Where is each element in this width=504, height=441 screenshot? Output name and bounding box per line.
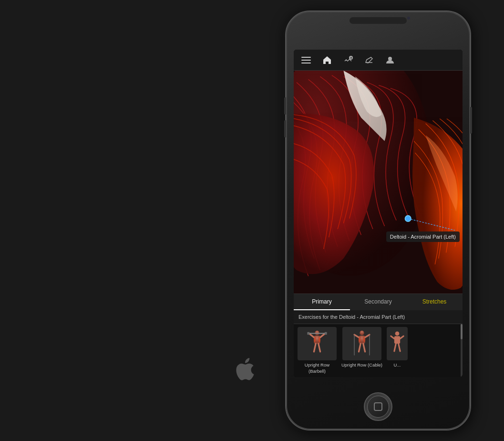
apple-logo	[234, 357, 255, 386]
volume-down-button[interactable]	[284, 120, 286, 137]
annotation-label: Deltoid - Acromial Part (Left)	[386, 231, 460, 242]
svg-rect-29	[394, 336, 400, 344]
svg-rect-1	[301, 60, 311, 61]
svg-rect-0	[301, 57, 311, 58]
svg-line-22	[354, 335, 359, 338]
exercise-thumb-third[interactable]	[387, 327, 408, 360]
speaker-grill	[350, 17, 407, 24]
power-button[interactable]	[470, 107, 472, 134]
menu-button[interactable]	[296, 50, 317, 71]
svg-point-6	[388, 57, 392, 61]
svg-line-30	[391, 336, 394, 338]
app-content: +	[294, 50, 463, 377]
home-button-square-icon	[374, 402, 382, 411]
add-button[interactable]: +	[338, 50, 359, 71]
svg-point-20	[360, 331, 364, 335]
svg-line-26	[359, 344, 360, 352]
svg-line-14	[320, 334, 325, 338]
svg-line-18	[314, 344, 316, 352]
tab-secondary[interactable]: Secondary	[350, 294, 406, 310]
home-button-inner	[367, 396, 389, 418]
tab-primary[interactable]: Primary	[294, 294, 350, 310]
svg-line-13	[309, 334, 314, 338]
scroll-thumb	[461, 324, 463, 339]
exercise-label-barbell: Upright Row (Barbell)	[296, 362, 339, 374]
bottom-panel: Primary Secondary Stretches Exercises fo…	[294, 294, 463, 377]
svg-line-23	[365, 335, 370, 338]
svg-rect-2	[301, 63, 311, 63]
home-button-toolbar[interactable]	[317, 50, 338, 71]
exercise-item-third[interactable]: U...	[385, 327, 409, 374]
svg-rect-17	[325, 332, 327, 335]
svg-line-27	[363, 344, 365, 352]
svg-line-31	[400, 336, 403, 338]
exercise-section-header: Exercises for the Deltoid - Acromial Par…	[294, 310, 463, 324]
phone-chassis: +	[285, 10, 471, 430]
scroll-track	[461, 324, 463, 377]
volume-up-button[interactable]	[284, 97, 286, 115]
exercise-list: Upright Row (Barbell)	[294, 324, 463, 377]
scene: +	[0, 0, 504, 441]
svg-text:+: +	[350, 56, 352, 60]
exercise-item-cable[interactable]: Upright Row (Cable)	[340, 327, 383, 374]
svg-line-32	[394, 344, 396, 351]
phone-screen: +	[294, 50, 463, 377]
home-physical-button[interactable]	[364, 392, 392, 421]
svg-line-33	[399, 344, 401, 351]
profile-button[interactable]	[380, 50, 401, 71]
exercise-thumb-cable[interactable]	[342, 327, 381, 360]
front-camera	[407, 16, 411, 20]
svg-point-28	[395, 332, 400, 336]
svg-rect-16	[307, 332, 309, 335]
muscle-tabs: Primary Secondary Stretches	[294, 294, 463, 310]
muscle-3d-view[interactable]: Deltoid - Acromial Part (Left)	[294, 71, 463, 294]
exercise-label-third: U...	[394, 362, 401, 368]
app-toolbar: +	[294, 50, 463, 71]
tab-stretches[interactable]: Stretches	[406, 294, 463, 310]
exercise-item-barbell[interactable]: Upright Row (Barbell)	[296, 327, 339, 374]
edit-button[interactable]	[359, 50, 380, 71]
exercise-label-cable: Upright Row (Cable)	[341, 362, 382, 368]
svg-line-19	[319, 344, 320, 352]
exercise-thumb-barbell[interactable]	[298, 327, 337, 360]
